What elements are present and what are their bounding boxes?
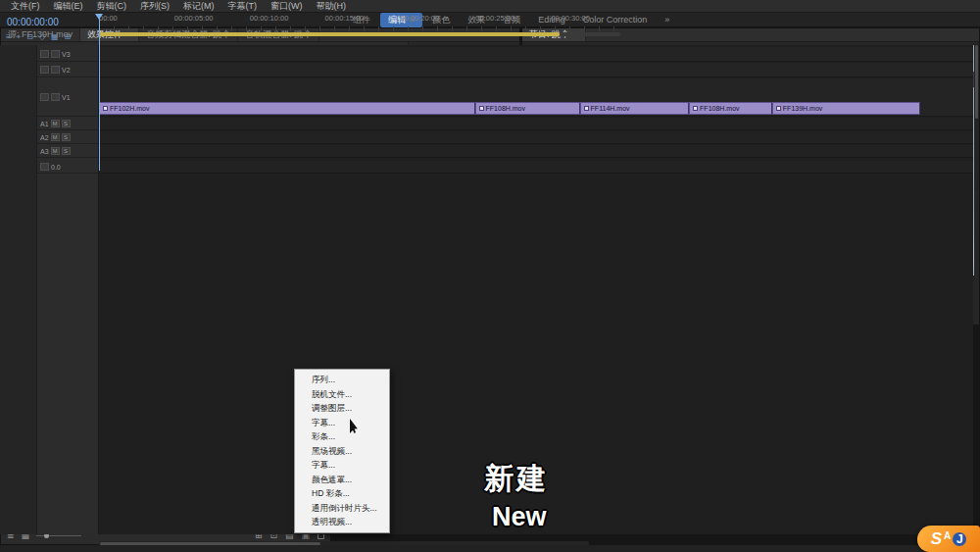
track-header-a3[interactable]: A3MS bbox=[37, 145, 98, 158]
video-track-v2[interactable] bbox=[99, 63, 973, 77]
track-header-v1[interactable]: V1 bbox=[37, 78, 98, 117]
menu-item-title[interactable]: 字幕... bbox=[295, 458, 389, 473]
timeline-timecode[interactable]: 00:00:00:00 bbox=[7, 17, 59, 27]
audio-track-a2[interactable] bbox=[99, 131, 973, 144]
timeline-clip[interactable]: FF108H.mov bbox=[689, 102, 772, 115]
timeline-playhead[interactable] bbox=[99, 14, 100, 171]
work-area-bar[interactable] bbox=[99, 32, 560, 36]
nest-toggle-icon[interactable]: ⊞ bbox=[65, 32, 72, 42]
menu-sequence[interactable]: 序列(S) bbox=[133, 0, 176, 13]
tutorial-caption: 新建 New bbox=[484, 459, 549, 532]
track-header-a1[interactable]: A1MS bbox=[37, 118, 98, 130]
menu-item-transparent-video[interactable]: 透明视频... bbox=[295, 515, 389, 529]
clip-fx-badge bbox=[584, 106, 589, 111]
track-lock-icon[interactable] bbox=[40, 50, 49, 58]
snap-toggle-icon[interactable]: ⌖ bbox=[17, 32, 22, 42]
video-track-v1[interactable]: FF102H.mov FF108H.mov FF114H.mov FF108H.… bbox=[99, 78, 973, 117]
timeline-vertical-scrollbar[interactable] bbox=[974, 43, 979, 190]
menu-marker[interactable]: 标记(M) bbox=[176, 0, 221, 13]
workspace-overflow-icon[interactable]: » bbox=[664, 15, 669, 25]
menu-item-captions[interactable]: 字幕... bbox=[295, 416, 389, 430]
timeline-toolbar: ≡ ⌖ ⊟ ◇ ▦ ⊞ bbox=[6, 32, 71, 42]
menu-item-black-video[interactable]: 黑场视频... bbox=[295, 444, 389, 459]
track-visibility-icon[interactable] bbox=[51, 93, 60, 101]
track-header-v2[interactable]: V2 bbox=[37, 63, 98, 77]
solo-button[interactable]: S bbox=[62, 120, 71, 127]
master-meter-icon[interactable] bbox=[40, 163, 49, 171]
menu-edit[interactable]: 编辑(E) bbox=[47, 0, 90, 13]
source-patch-column[interactable] bbox=[0, 45, 37, 534]
menu-bar: 文件(F) 编辑(E) 剪辑(C) 序列(S) 标记(M) 字幕(T) 窗口(W… bbox=[0, 0, 980, 13]
clip-fx-badge bbox=[103, 106, 108, 111]
menu-title[interactable]: 字幕(T) bbox=[221, 0, 265, 13]
timeline-settings-icon[interactable]: ≡ bbox=[6, 32, 11, 42]
timeline-display-icon[interactable]: ▦ bbox=[51, 32, 59, 42]
track-lock-icon[interactable] bbox=[40, 66, 49, 74]
track-header-a2[interactable]: A2MS bbox=[37, 131, 98, 144]
menu-item-color-matte[interactable]: 颜色遮罩... bbox=[295, 473, 389, 487]
track-lock-icon[interactable] bbox=[40, 93, 49, 101]
track-header-v3[interactable]: V3 bbox=[37, 47, 98, 62]
master-track[interactable] bbox=[99, 161, 973, 174]
menu-file[interactable]: 文件(F) bbox=[4, 0, 47, 13]
mute-button[interactable]: M bbox=[51, 147, 60, 155]
track-header-column: V3 V2 V1 A1MS A2MS A3MS 0.0 bbox=[37, 45, 99, 534]
work-area-bar-rest bbox=[560, 32, 620, 36]
ruler-ticks bbox=[99, 26, 620, 31]
menu-window[interactable]: 窗口(W) bbox=[264, 0, 310, 13]
solo-button[interactable]: S bbox=[62, 147, 71, 155]
track-visibility-icon[interactable] bbox=[51, 50, 60, 58]
scrollbar-thumb[interactable] bbox=[975, 45, 978, 119]
linked-selection-icon[interactable]: ⊟ bbox=[26, 32, 33, 42]
solo-button[interactable]: S bbox=[62, 133, 71, 141]
timeline-clip[interactable]: FF139H.mov bbox=[772, 102, 921, 115]
menu-item-adjustment-layer[interactable]: 调整图层... bbox=[295, 401, 389, 416]
mute-button[interactable]: M bbox=[51, 120, 60, 127]
menu-help[interactable]: 帮助(H) bbox=[310, 0, 354, 13]
menu-item-bars-and-tone[interactable]: 彩条... bbox=[295, 429, 389, 444]
watermark-logo: S A J bbox=[917, 526, 980, 552]
master-level: 0.0 bbox=[51, 164, 61, 171]
video-track-v3[interactable] bbox=[99, 47, 973, 62]
new-item-context-menu: 序列... 脱机文件... 调整图层... 字幕... 彩条... 黑场视频..… bbox=[294, 369, 390, 533]
track-visibility-icon[interactable] bbox=[51, 66, 60, 74]
timeline-clip[interactable]: FF102H.mov bbox=[99, 102, 475, 115]
timeline-clip[interactable]: FF108H.mov bbox=[475, 102, 580, 115]
clip-fx-badge bbox=[776, 106, 781, 111]
audio-track-a1[interactable] bbox=[99, 118, 973, 130]
menu-item-hd-bars[interactable]: HD 彩条... bbox=[295, 486, 389, 501]
mute-button[interactable]: M bbox=[51, 133, 60, 141]
clip-fx-badge bbox=[693, 106, 698, 111]
menu-item-sequence[interactable]: 序列... bbox=[295, 373, 389, 387]
clip-fx-badge bbox=[479, 106, 484, 111]
track-header-master[interactable]: 0.0 bbox=[37, 161, 98, 174]
menu-item-offline-file[interactable]: 脱机文件... bbox=[295, 387, 389, 402]
timeline-clip[interactable]: FF114H.mov bbox=[580, 102, 690, 115]
menu-clip[interactable]: 剪辑(C) bbox=[90, 0, 134, 13]
add-marker-icon[interactable]: ◇ bbox=[39, 32, 45, 42]
status-bar bbox=[0, 545, 980, 552]
menu-item-universal-counting-leader[interactable]: 通用倒计时片头... bbox=[295, 501, 389, 516]
timeline-ruler[interactable]: 00:00 00:00:05:00 00:00:10:00 00:00:15:0… bbox=[99, 14, 620, 26]
audio-track-a3[interactable] bbox=[99, 145, 973, 158]
